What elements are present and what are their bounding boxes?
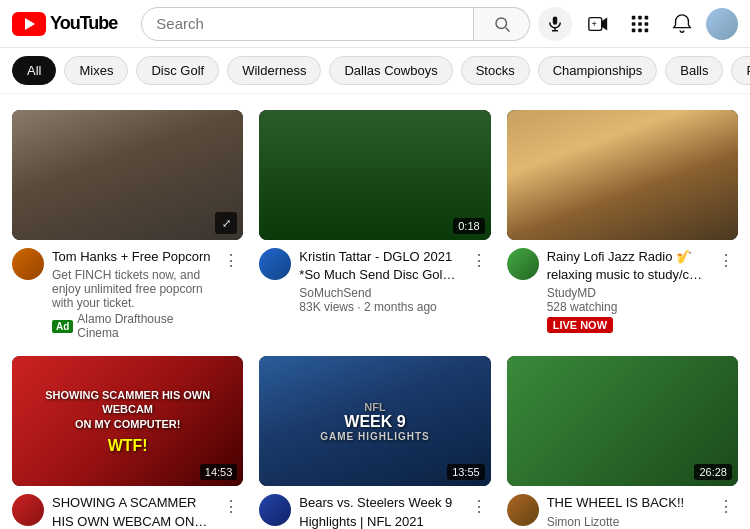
video-meta-5: Bears vs. Steelers Week 9 Highlights | N… — [299, 494, 458, 529]
channel-avatar-2 — [259, 248, 291, 280]
header-actions: + — [580, 6, 738, 42]
video-channel-6: Simon Lizotte — [547, 515, 706, 529]
ad-description-1: Get FINCH tickets now, and enjoy unlimit… — [52, 268, 211, 310]
bell-icon — [671, 13, 693, 35]
more-options-4[interactable]: ⋮ — [219, 494, 243, 518]
video-title-3: Rainy Lofi Jazz Radio 🎷 relaxing music t… — [547, 248, 706, 284]
channel-avatar-6 — [507, 494, 539, 526]
chip-pittsburgh-steelers[interactable]: Pittsburgh Steelers — [731, 56, 750, 85]
video-title-2: Kristin Tattar - DGLO 2021 *So Much Send… — [299, 248, 458, 284]
search-icon — [493, 15, 511, 33]
video-card-1[interactable]: ⤢ Tom Hanks + Free Popcorn Get FINCH tic… — [12, 110, 243, 340]
more-options-6[interactable]: ⋮ — [714, 494, 738, 518]
svg-rect-15 — [632, 28, 636, 32]
video-title-6: THE WHEEL IS BACK!! — [547, 494, 706, 512]
logo-icon — [12, 12, 46, 36]
svg-rect-13 — [638, 22, 642, 26]
apps-icon — [629, 13, 651, 35]
video-card-3[interactable]: Rainy Lofi Jazz Radio 🎷 relaxing music t… — [507, 110, 738, 340]
chip-wilderness[interactable]: Wilderness — [227, 56, 321, 85]
thumbnail-3 — [507, 110, 738, 240]
video-info-2: Kristin Tattar - DGLO 2021 *So Much Send… — [259, 248, 490, 314]
video-meta-6: THE WHEEL IS BACK!! Simon Lizotte — [547, 494, 706, 528]
chip-all[interactable]: All — [12, 56, 56, 85]
thumbnail-5: NFL WEEK 9 GAME HIGHLIGHTS 13:55 — [259, 356, 490, 486]
video-info-6: THE WHEEL IS BACK!! Simon Lizotte ⋮ — [507, 494, 738, 528]
chip-stocks[interactable]: Stocks — [461, 56, 530, 85]
apps-button[interactable] — [622, 6, 658, 42]
more-options-2[interactable]: ⋮ — [467, 248, 491, 272]
chips-bar: All Mixes Disc Golf Wilderness Dallas Co… — [0, 48, 750, 94]
svg-rect-10 — [638, 15, 642, 19]
svg-line-1 — [505, 27, 509, 31]
mic-button[interactable] — [538, 7, 572, 41]
video-meta-1: Tom Hanks + Free Popcorn Get FINCH ticke… — [52, 248, 211, 340]
create-video-button[interactable]: + — [580, 6, 616, 42]
svg-text:+: + — [592, 18, 597, 28]
video-info-3: Rainy Lofi Jazz Radio 🎷 relaxing music t… — [507, 248, 738, 333]
duration-5: 13:55 — [447, 464, 485, 480]
channel-avatar-3 — [507, 248, 539, 280]
search-input-wrap — [141, 7, 474, 41]
video-info-4: SHOWING A SCAMMER HIS OWN WEBCAM ON MY C… — [12, 494, 243, 529]
expand-icon-1: ⤢ — [215, 212, 237, 234]
video-meta-3: Rainy Lofi Jazz Radio 🎷 relaxing music t… — [547, 248, 706, 333]
svg-rect-2 — [553, 16, 558, 24]
more-options-5[interactable]: ⋮ — [467, 494, 491, 518]
search-bar — [141, 7, 572, 41]
video-info-5: Bears vs. Steelers Week 9 Highlights | N… — [259, 494, 490, 529]
video-channel-2: SoMuchSend — [299, 286, 458, 300]
svg-rect-11 — [645, 15, 649, 19]
video-card-6[interactable]: 26:28 THE WHEEL IS BACK!! Simon Lizotte … — [507, 356, 738, 529]
thumbnail-2: 0:18 — [259, 110, 490, 240]
mic-icon — [546, 15, 564, 33]
notifications-button[interactable] — [664, 6, 700, 42]
channel-avatar-5 — [259, 494, 291, 526]
video-title-4: SHOWING A SCAMMER HIS OWN WEBCAM ON MY C… — [52, 494, 211, 529]
live-badge-3: LIVE NOW — [547, 317, 613, 333]
svg-marker-6 — [602, 17, 608, 30]
duration-4: 14:53 — [200, 464, 238, 480]
video-card-5[interactable]: NFL WEEK 9 GAME HIGHLIGHTS 13:55 Bears v… — [259, 356, 490, 529]
video-info-1: Tom Hanks + Free Popcorn Get FINCH ticke… — [12, 248, 243, 340]
video-channel-3: StudyMD — [547, 286, 706, 300]
video-meta-4: SHOWING A SCAMMER HIS OWN WEBCAM ON MY C… — [52, 494, 211, 529]
chip-dallas-cowboys[interactable]: Dallas Cowboys — [329, 56, 452, 85]
svg-rect-12 — [632, 22, 636, 26]
video-title-5: Bears vs. Steelers Week 9 Highlights | N… — [299, 494, 458, 529]
create-icon: + — [587, 13, 609, 35]
svg-rect-17 — [645, 28, 649, 32]
svg-point-0 — [496, 18, 507, 29]
video-card-2[interactable]: 0:18 Kristin Tattar - DGLO 2021 *So Much… — [259, 110, 490, 340]
video-grid: ⤢ Tom Hanks + Free Popcorn Get FINCH tic… — [0, 94, 750, 529]
logo-text: YouTube — [50, 13, 117, 34]
video-card-4[interactable]: SHOWING SCAMMER HIS OWN WEBCAMON MY COMP… — [12, 356, 243, 529]
chip-balls[interactable]: Balls — [665, 56, 723, 85]
search-button[interactable] — [474, 7, 530, 41]
svg-rect-9 — [632, 15, 636, 19]
chip-disc-golf[interactable]: Disc Golf — [136, 56, 219, 85]
header: YouTube + — [0, 0, 750, 48]
search-input[interactable] — [156, 15, 459, 32]
ad-label-1: Ad Alamo Drafthouse Cinema — [52, 312, 211, 340]
chip-championships[interactable]: Championships — [538, 56, 658, 85]
ad-channel-1: Alamo Drafthouse Cinema — [77, 312, 211, 340]
video-meta-2: Kristin Tattar - DGLO 2021 *So Much Send… — [299, 248, 458, 314]
duration-6: 26:28 — [694, 464, 732, 480]
channel-avatar-1 — [12, 248, 44, 280]
thumbnail-4: SHOWING SCAMMER HIS OWN WEBCAMON MY COMP… — [12, 356, 243, 486]
more-options-3[interactable]: ⋮ — [714, 248, 738, 272]
more-options-1[interactable]: ⋮ — [219, 248, 243, 272]
chip-mixes[interactable]: Mixes — [64, 56, 128, 85]
avatar[interactable] — [706, 8, 738, 40]
ad-badge-1: Ad — [52, 320, 73, 333]
youtube-logo[interactable]: YouTube — [12, 12, 117, 36]
video-stats-2: 83K views · 2 months ago — [299, 300, 458, 314]
thumbnail-6: 26:28 — [507, 356, 738, 486]
svg-rect-14 — [645, 22, 649, 26]
thumbnail-1: ⤢ — [12, 110, 243, 240]
video-title-1: Tom Hanks + Free Popcorn — [52, 248, 211, 266]
video-stats-3: 528 watching — [547, 300, 706, 314]
svg-rect-16 — [638, 28, 642, 32]
channel-avatar-4 — [12, 494, 44, 526]
